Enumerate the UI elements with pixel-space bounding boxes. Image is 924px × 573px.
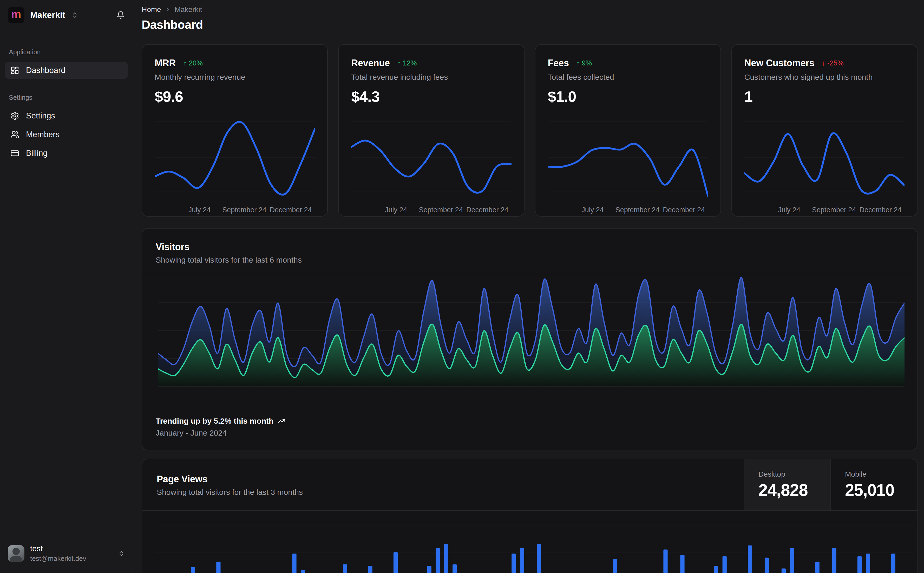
sidebar-item-label: Settings [26,111,55,121]
user-name: test [30,544,112,553]
stat-card-header: Revenue ↑ 12% [351,58,511,69]
user-avatar [8,545,24,562]
trend-badge: ↓ -25% [822,59,844,67]
credit-card-icon [10,149,19,158]
desktop-value: 24,828 [758,481,816,500]
sidebar-item-billing[interactable]: Billing [5,145,128,161]
stat-card-title: MRR [155,58,176,69]
sidebar-header: m Makerkit [0,7,133,23]
stat-card-title: New Customers [744,58,814,69]
page-views-subtitle: Showing total visitors for the last 3 mo… [157,488,729,496]
x-tick-label: July 24 [581,206,604,214]
trend-badge-value: -25% [827,59,844,67]
page-views-titles: Page Views Showing total visitors for th… [142,459,744,510]
logo-letter: m [11,9,21,20]
nav-section-label: Application [5,48,128,56]
trending-up-icon [278,417,286,425]
makerkit-logo: m [8,7,24,23]
sidebar-item-label: Billing [26,149,47,158]
stat-card-mrr: MRR ↑ 20% Monthly recurring revenue $9.6… [142,44,328,217]
x-axis-labels: July 24 September 24 December 24 [155,206,315,215]
arrow-up-icon: ↑ [576,59,580,67]
stat-card-description: Total fees collected [548,73,708,81]
nav-group-settings: Settings Settings Members Billing [5,94,128,161]
visitors-footer: Trending up by 5.2% this month January -… [142,387,917,450]
stat-cards-row: MRR ↑ 20% Monthly recurring revenue $9.6… [142,44,918,217]
stat-card-description: Monthly recurring revenue [155,73,315,81]
main-content: Home Makerkit Dashboard MRR ↑ 20% Monthl… [133,0,924,573]
fees-line-chart [548,114,708,200]
stat-card-description: Total revenue including fees [351,73,511,81]
chevrons-up-down-icon [118,550,125,557]
trend-badge-value: 20% [189,59,203,67]
sidebar-item-members[interactable]: Members [5,126,128,143]
sparkline-chart: July 24 September 24 December 24 [155,114,315,215]
trend-badge-value: 9% [582,59,592,67]
visitors-header: Visitors Showing total visitors for the … [142,229,917,274]
visitors-date-range: January - June 2024 [156,429,904,437]
stat-card-description: Customers who signed up this month [744,73,905,81]
page-title: Dashboard [142,18,918,32]
visitors-title: Visitors [156,241,904,252]
sidebar-item-label: Dashboard [26,66,66,75]
sidebar-nav: Application Dashboard Settings Settings … [0,48,133,161]
trend-badge: ↑ 12% [397,59,417,67]
sparkline-chart: July 24 September 24 December 24 [744,114,905,215]
sidebar-item-settings[interactable]: Settings [5,108,128,124]
x-axis-labels: July 24 September 24 December 24 [548,206,708,215]
sparkline-chart: July 24 September 24 December 24 [548,114,708,215]
stat-card-title: Revenue [351,58,390,69]
user-meta: test test@makerkit.dev [30,544,112,563]
breadcrumb-current: Makerkit [175,5,202,14]
sidebar-item-dashboard[interactable]: Dashboard [5,62,128,79]
x-axis-labels: July 24 September 24 December 24 [744,206,905,215]
stat-card-new-customers: New Customers ↓ -25% Customers who signe… [731,44,918,217]
x-tick-label: July 24 [778,206,800,214]
chevrons-up-down-icon [71,11,78,19]
arrow-up-icon: ↑ [397,59,401,67]
app-root: m Makerkit Application Dashboard Setting… [0,0,924,573]
stat-card-fees: Fees ↑ 9% Total fees collected $1.0 July… [535,44,721,217]
nav-section-label: Settings [5,94,128,101]
visitors-area-chart [158,274,905,387]
x-tick-label: September 24 [615,206,660,214]
page-views-card: Page Views Showing total visitors for th… [142,459,918,573]
mobile-label: Mobile [845,470,903,479]
stat-card-value: $4.3 [351,88,511,105]
stat-card-title: Fees [548,58,569,69]
toggle-mobile[interactable]: Mobile 25,010 [830,459,917,510]
x-tick-label: December 24 [860,206,902,214]
new-customers-line-chart [744,114,905,200]
stat-card-revenue: Revenue ↑ 12% Total revenue including fe… [338,44,524,217]
page-views-chart [142,511,917,573]
user-email: test@makerkit.dev [30,554,112,563]
notifications-button[interactable] [116,11,125,19]
visitors-subtitle: Showing total visitors for the last 6 mo… [156,255,904,265]
chevron-right-icon [165,6,171,13]
x-tick-label: July 24 [188,206,211,214]
user-menu[interactable]: test test@makerkit.dev [0,537,133,573]
x-tick-label: September 24 [812,206,856,214]
breadcrumb: Home Makerkit [142,5,918,14]
nav-group-application: Application Dashboard [5,48,128,79]
x-tick-label: September 24 [419,206,463,214]
desktop-label: Desktop [758,470,816,479]
x-axis-labels: July 24 September 24 December 24 [351,206,511,215]
stat-card-header: MRR ↑ 20% [155,58,315,69]
arrow-up-icon: ↑ [183,59,187,67]
visitors-chart [142,274,917,387]
sparkline-chart: July 24 September 24 December 24 [351,114,511,215]
sidebar-item-label: Members [26,130,60,139]
arrow-down-icon: ↓ [822,59,825,67]
toggle-desktop[interactable]: Desktop 24,828 [744,459,830,510]
mrr-line-chart [155,114,315,200]
breadcrumb-home-link[interactable]: Home [142,5,161,14]
revenue-line-chart [351,114,511,200]
page-views-header: Page Views Showing total visitors for th… [142,459,917,511]
stat-card-header: Fees ↑ 9% [548,58,708,69]
visitors-card: Visitors Showing total visitors for the … [142,228,918,450]
stat-card-header: New Customers ↓ -25% [744,58,905,69]
stat-card-value: 1 [744,88,905,105]
workspace-selector[interactable]: m Makerkit [8,7,78,23]
mobile-value: 25,010 [845,481,903,500]
